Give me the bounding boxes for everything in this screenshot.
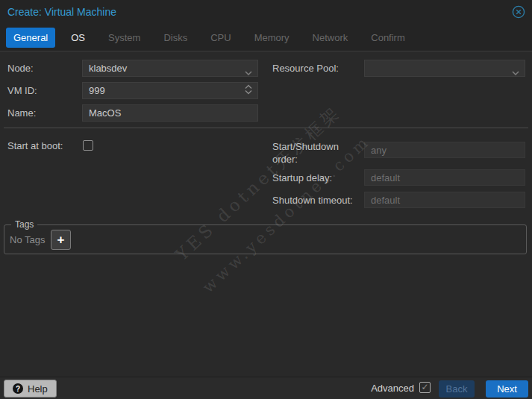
name-label: Name: (7, 107, 36, 119)
chevron-down-icon (245, 66, 252, 78)
tab-confirm: Confirm (363, 28, 413, 48)
chevron-down-icon (512, 66, 519, 78)
plus-icon: + (57, 233, 65, 248)
section-divider (4, 128, 528, 128)
help-button[interactable]: ? Help (4, 380, 57, 398)
general-form: Node: klabsdev Resource Pool: VM ID: Nam… (0, 52, 532, 377)
shutdown-timeout-input[interactable] (364, 192, 525, 208)
startup-delay-label: Startup delay: (272, 172, 332, 183)
dialog-footer: ? Help Advanced ✓ Back Next (0, 377, 532, 399)
help-button-label: Help (28, 383, 48, 395)
add-tag-button[interactable]: + (51, 230, 71, 250)
tab-disks: Disks (156, 28, 195, 48)
start-at-boot-label: Start at boot: (7, 140, 63, 151)
name-input[interactable] (82, 104, 258, 122)
node-label: Node: (7, 63, 34, 74)
startup-order-label: Start/Shutdown order: (272, 140, 359, 166)
node-value: klabsdev (89, 63, 127, 74)
tab-system: System (101, 28, 148, 48)
resource-pool-label: Resource Pool: (272, 63, 339, 74)
start-at-boot-checkbox[interactable] (83, 140, 93, 151)
next-button[interactable]: Next (486, 380, 528, 398)
vm-id-label: VM ID: (7, 85, 37, 96)
tags-fieldset: Tags No Tags + (4, 224, 527, 254)
tab-cpu: CPU (203, 28, 238, 48)
close-icon[interactable] (512, 5, 525, 19)
vm-id-input[interactable] (82, 82, 258, 99)
advanced-label: Advanced (371, 383, 414, 394)
shutdown-timeout-label: Shutdown timeout: (272, 195, 353, 206)
startup-order-input[interactable] (364, 142, 525, 158)
wizard-tab-bar: General OS System Disks CPU Memory Netwo… (0, 25, 532, 51)
question-icon: ? (13, 383, 23, 394)
tab-network: Network (305, 28, 356, 48)
spinner-arrows-icon[interactable] (245, 84, 252, 97)
no-tags-text: No Tags (10, 234, 45, 245)
check-icon: ✓ (421, 382, 428, 392)
tab-general[interactable]: General (6, 28, 55, 48)
vm-id-spinner[interactable] (82, 82, 258, 99)
tags-legend: Tags (11, 219, 37, 230)
dialog-title: Create: Virtual Machine (7, 6, 116, 18)
advanced-checkbox[interactable]: ✓ (419, 382, 431, 393)
resource-pool-combobox[interactable] (364, 60, 525, 77)
back-button: Back (439, 380, 475, 398)
tab-os[interactable]: OS (63, 28, 93, 48)
startup-delay-input[interactable] (364, 169, 525, 186)
dialog-titlebar: Create: Virtual Machine (0, 0, 532, 25)
tab-memory: Memory (247, 28, 297, 48)
node-combobox[interactable]: klabsdev (82, 60, 258, 77)
